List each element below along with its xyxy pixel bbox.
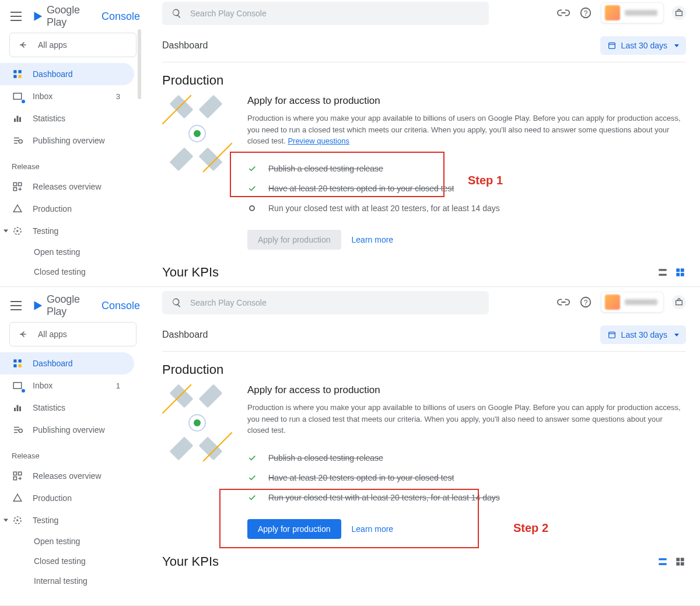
sidebar-item-testing[interactable]: Testing	[0, 220, 134, 242]
dashboard-icon	[12, 68, 23, 80]
task-label: Have at least 20 testers opted in to you…	[268, 184, 454, 193]
sidebar-item-releases-overview[interactable]: Releases overview	[0, 176, 134, 198]
sidebar-item-testing[interactable]: Testing	[0, 509, 134, 531]
svg-rect-30	[19, 407, 21, 411]
search-input[interactable]: Search Play Console	[162, 291, 489, 314]
link-icon[interactable]	[556, 6, 570, 20]
app-selector[interactable]	[601, 2, 664, 23]
task-label: Publish a closed testing release	[268, 164, 383, 173]
sidebar-item-dashboard[interactable]: Dashboard	[0, 63, 134, 85]
grid-view-icon[interactable]	[674, 267, 686, 278]
svg-rect-9	[13, 183, 16, 185]
task-label: Run your closed test with at least 20 te…	[268, 493, 500, 502]
briefcase-icon[interactable]	[672, 6, 686, 20]
search-icon	[172, 8, 182, 19]
all-apps-label: All apps	[38, 40, 67, 50]
sidebar-item-open-testing[interactable]: Open testing	[0, 531, 134, 551]
sidebar-item-label: Statistics	[33, 114, 65, 123]
sidebar-item-open-testing[interactable]: Open testing	[0, 242, 134, 262]
help-icon[interactable]: ?	[579, 295, 593, 309]
logo[interactable]: Google Play Console	[32, 293, 140, 318]
card-title: Apply for access to production	[247, 384, 686, 396]
publishing-icon	[12, 135, 23, 146]
sidebar-item-label: Open testing	[34, 537, 80, 546]
sidebar-item-statistics[interactable]: Statistics	[0, 107, 134, 129]
link-icon[interactable]	[556, 295, 570, 309]
testing-icon	[12, 514, 23, 526]
pending-icon	[247, 204, 257, 213]
scrollbar[interactable]	[138, 29, 141, 99]
date-range-selector[interactable]: Last 30 days	[600, 36, 686, 55]
apply-for-production-button[interactable]: Apply for production	[247, 519, 341, 539]
card-title: Apply for access to production	[247, 95, 686, 107]
learn-more-link[interactable]: Learn more	[352, 524, 394, 534]
svg-rect-28	[14, 408, 16, 411]
svg-rect-26	[19, 365, 22, 367]
search-input[interactable]: Search Play Console	[162, 2, 489, 25]
main: Search Play Console ? Dashboard Last 30 …	[146, 289, 700, 605]
releases-icon	[12, 470, 23, 482]
inbox-count: 3	[116, 92, 123, 101]
menu-icon[interactable]	[10, 12, 22, 21]
statistics-icon	[12, 402, 23, 414]
sidebar-item-closed-testing[interactable]: Closed testing	[0, 262, 134, 282]
sidebar-item-dashboard[interactable]: Dashboard	[0, 352, 134, 374]
check-icon	[247, 453, 257, 463]
svg-rect-10	[19, 183, 22, 185]
section-title-kpis: Your KPIs	[162, 265, 219, 280]
svg-rect-4	[13, 93, 22, 100]
sidebar-item-production[interactable]: Production	[0, 198, 134, 220]
app-name-redacted	[625, 299, 657, 305]
sidebar-item-label: Closed testing	[34, 267, 86, 276]
logo[interactable]: Google Play Console	[32, 4, 140, 29]
app-selector[interactable]	[601, 292, 664, 313]
play-icon	[32, 299, 44, 312]
all-apps-button[interactable]: All apps	[9, 33, 136, 57]
app-thumbnail	[605, 295, 620, 310]
briefcase-icon[interactable]	[672, 295, 686, 309]
list-view-icon[interactable]	[657, 267, 668, 278]
task-label: Run your closed test with at least 20 te…	[268, 204, 500, 213]
sidebar-item-label: Internal testing	[34, 576, 88, 586]
production-icon	[12, 492, 23, 504]
sidebar-item-publishing-overview[interactable]: Publishing overview	[0, 129, 134, 152]
svg-rect-6	[17, 116, 19, 122]
sidebar-item-label: Production	[33, 493, 72, 503]
help-icon[interactable]: ?	[579, 6, 593, 20]
all-apps-label: All apps	[38, 330, 67, 339]
sidebar-item-label: Publishing overview	[33, 425, 105, 435]
svg-rect-32	[13, 472, 16, 475]
menu-icon[interactable]	[10, 301, 22, 310]
sidebar-item-closed-testing[interactable]: Closed testing	[0, 551, 134, 571]
play-icon	[32, 10, 44, 23]
sidebar-item-label: Inbox	[33, 92, 52, 101]
logo-text-1: Google Play	[47, 293, 99, 318]
sidebar-item-statistics[interactable]: Statistics	[0, 397, 134, 419]
sidebar-item-inbox[interactable]: Inbox 3	[0, 85, 134, 107]
date-range-selector[interactable]: Last 30 days	[600, 325, 686, 344]
sidebar-item-publishing-overview[interactable]: Publishing overview	[0, 419, 134, 441]
task-item: Run your closed test with at least 20 te…	[247, 198, 686, 218]
list-view-icon[interactable]	[657, 556, 668, 568]
testing-icon	[12, 225, 23, 237]
satellite-illustration	[162, 99, 232, 169]
breadcrumb: Dashboard	[162, 40, 208, 51]
check-icon	[247, 184, 257, 193]
task-label: Have at least 20 testers opted in to you…	[268, 473, 454, 482]
section-label-release: Release	[0, 152, 146, 176]
chevron-down-icon	[674, 334, 679, 337]
svg-rect-41	[659, 563, 666, 565]
logo-text-2: Console	[102, 300, 140, 312]
svg-rect-25	[13, 365, 16, 367]
sidebar-item-inbox[interactable]: Inbox 1	[0, 374, 134, 397]
sidebar-item-internal-testing[interactable]: Internal testing	[0, 571, 134, 591]
learn-more-link[interactable]: Learn more	[352, 235, 394, 244]
svg-rect-11	[13, 188, 16, 191]
preview-questions-link[interactable]: Preview questions	[288, 136, 349, 145]
sidebar-item-label: Publishing overview	[33, 136, 105, 145]
sidebar-item-production[interactable]: Production	[0, 487, 134, 509]
sidebar-item-releases-overview[interactable]: Releases overview	[0, 465, 134, 487]
svg-rect-29	[17, 405, 19, 412]
all-apps-button[interactable]: All apps	[9, 322, 136, 346]
grid-view-icon[interactable]	[674, 556, 686, 568]
